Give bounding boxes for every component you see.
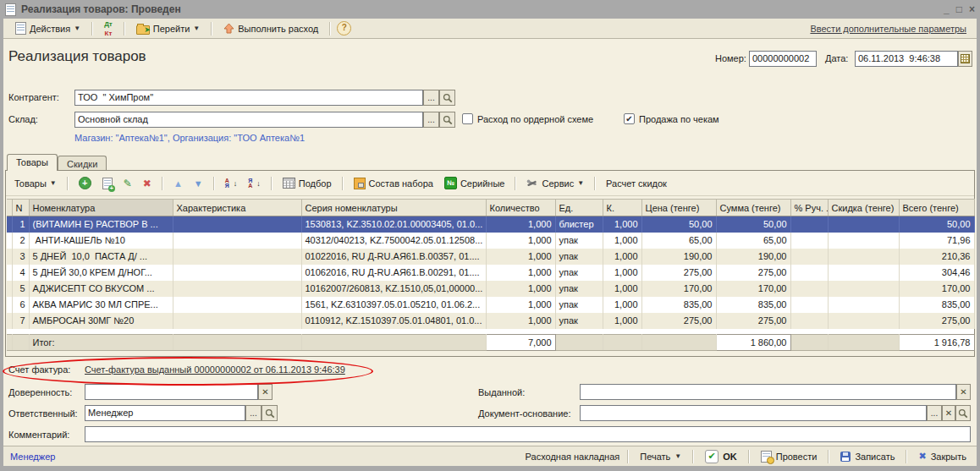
attorney-clear-button[interactable]: ✕ <box>258 384 273 400</box>
cell[interactable] <box>173 281 301 297</box>
actions-menu-button[interactable]: Действия ▼ <box>10 19 85 37</box>
cell[interactable]: 1,000 <box>603 265 641 281</box>
cell[interactable]: (ВИТАМИН Е) РАСТВОР В ... <box>29 216 173 233</box>
cell[interactable]: 1,000 <box>486 216 555 233</box>
cell[interactable] <box>828 313 899 329</box>
responsible-search-button[interactable] <box>262 405 278 421</box>
cell[interactable]: 275,00 <box>716 265 790 281</box>
cell[interactable]: 3 <box>12 249 29 265</box>
table-row[interactable]: 5АДЖИСЕПТ СО ВКУСОМ ...10162007/260813, … <box>7 281 974 297</box>
cell[interactable] <box>790 281 828 297</box>
cell[interactable] <box>173 216 301 233</box>
cell[interactable]: 275,00 <box>641 313 716 329</box>
help-icon[interactable]: ? <box>337 21 351 36</box>
base-document-clear-button[interactable]: ✕ <box>942 405 955 421</box>
tab-goods[interactable]: Товары <box>7 154 58 171</box>
save-button[interactable]: Записать <box>837 450 898 463</box>
cell[interactable]: 65,00 <box>716 233 790 249</box>
cell[interactable]: 1,000 <box>603 297 641 313</box>
delete-row-button[interactable]: ✖ <box>140 176 155 191</box>
cell[interactable] <box>790 216 828 233</box>
responsible-field[interactable]: Менеджер <box>85 405 245 421</box>
cell[interactable] <box>828 216 899 233</box>
cell[interactable] <box>173 249 301 265</box>
cell[interactable]: АМБРОСАН 30МГ №20 <box>29 313 173 329</box>
table-row[interactable]: 6АКВА МАРИС 30 МЛ СПРЕ...1561, KZ.631039… <box>7 297 974 313</box>
cell[interactable]: 1,000 <box>603 249 641 265</box>
number-field[interactable]: 00000000002 <box>749 51 817 67</box>
column-header-1[interactable]: Номенклатура <box>29 200 173 216</box>
cell[interactable]: 1,000 <box>603 313 641 329</box>
cell[interactable]: 01022016, RU Д-RU.АЯ61.В.00357, 01.... <box>301 249 486 265</box>
cell[interactable]: 5 ДНЕЙ 30,0 КРЕМ Д/НОГ... <box>29 265 173 281</box>
table-row[interactable]: 35 ДНЕЙ 10,0 ПАСТА Д/ ...01022016, RU Д-… <box>7 249 974 265</box>
copy-row-button[interactable] <box>99 176 116 191</box>
sort-ascending-button[interactable]: АЯ↓ <box>222 177 241 190</box>
cell[interactable]: 6 <box>12 297 29 313</box>
ok-button[interactable]: OK <box>702 448 741 465</box>
comment-field[interactable] <box>85 426 971 442</box>
goods-menu-button[interactable]: Товары ▼ <box>11 177 60 190</box>
cell[interactable]: упак <box>555 281 603 297</box>
cell[interactable] <box>790 233 828 249</box>
cell[interactable]: 10162007/260813, KZ.1510,05,01,00000... <box>301 281 486 297</box>
pick-button[interactable]: Подбор <box>279 176 335 190</box>
invoice-link[interactable]: Счет-фактура выданный 00000000002 от 06.… <box>85 364 345 375</box>
serial-numbers-button[interactable]: № Серийные <box>441 175 509 191</box>
column-header-11[interactable]: Всего (тенге) <box>899 200 974 216</box>
cell[interactable] <box>828 233 899 249</box>
cell[interactable]: 1,000 <box>486 265 555 281</box>
cell[interactable]: блистер <box>555 216 603 233</box>
date-field[interactable]: 06.11.2013 9:46:38 <box>855 51 958 67</box>
cell[interactable] <box>828 265 899 281</box>
cell[interactable]: 170,00 <box>716 281 790 297</box>
contractor-field[interactable]: ТОО " ХимПром" <box>74 90 423 106</box>
cell[interactable]: 1561, KZ.6310397.05.01.05210, 01.06.2... <box>301 297 486 313</box>
cell[interactable] <box>828 249 899 265</box>
cell[interactable]: упак <box>555 233 603 249</box>
cell[interactable]: 835,00 <box>641 297 716 313</box>
close-button[interactable]: × <box>969 2 975 17</box>
cell[interactable]: 170,00 <box>641 281 716 297</box>
cell[interactable]: 1,000 <box>486 281 555 297</box>
move-up-button[interactable]: ▲ <box>170 177 186 190</box>
cell[interactable]: АНТИ-КАШЕЛЬ №10 <box>29 233 173 249</box>
cell[interactable] <box>173 313 301 329</box>
cell[interactable]: 1,000 <box>486 233 555 249</box>
cell[interactable]: 275,00 <box>899 313 974 329</box>
edit-row-button[interactable]: ✎ <box>120 176 135 191</box>
add-row-button[interactable] <box>75 175 95 191</box>
cell[interactable] <box>790 297 828 313</box>
warehouse-more-button[interactable]: ... <box>423 112 439 128</box>
responsible-more-button[interactable]: ... <box>245 405 262 421</box>
cell[interactable] <box>790 265 828 281</box>
base-document-search-button[interactable] <box>955 405 971 421</box>
cell[interactable] <box>828 297 899 313</box>
table-row[interactable]: 1(ВИТАМИН Е) РАСТВОР В ...1530813, KZ.35… <box>7 216 974 233</box>
cell[interactable] <box>173 297 301 313</box>
column-header-0[interactable]: N <box>12 200 29 216</box>
cell[interactable]: 40312/040213, KZ.7500042.05.01.12508... <box>301 233 486 249</box>
cell[interactable]: 7 <box>12 313 29 329</box>
cell[interactable]: 170,00 <box>899 281 974 297</box>
execute-expense-button[interactable]: Выполнить расход <box>218 20 323 36</box>
warehouse-field[interactable]: Основной склад <box>74 112 423 128</box>
order-scheme-checkbox[interactable]: Расход по ордерной схеме <box>462 113 593 124</box>
cell[interactable]: 5 ДНЕЙ 10,0 ПАСТА Д/ ... <box>29 249 173 265</box>
sort-descending-button[interactable]: ЯА↓ <box>245 177 264 190</box>
attorney-field[interactable] <box>85 384 258 400</box>
cell[interactable]: 5 <box>12 281 29 297</box>
cell[interactable]: упак <box>555 297 603 313</box>
issued-clear-button[interactable]: ✕ <box>956 384 971 400</box>
column-header-8[interactable]: Сумма (тенге) <box>716 200 790 216</box>
table-row[interactable]: 2 АНТИ-КАШЕЛЬ №1040312/040213, KZ.750004… <box>7 233 974 249</box>
goto-menu-button[interactable]: ➤ Перейти ▼ <box>131 20 206 37</box>
tab-discounts[interactable]: Скидки <box>58 156 107 171</box>
cell[interactable]: 2 <box>12 233 29 249</box>
table-row[interactable]: 7АМБРОСАН 30МГ №200110912, KZ.1510397.05… <box>7 313 974 329</box>
cell[interactable]: упак <box>555 249 603 265</box>
column-header-5[interactable]: Ед. <box>555 200 603 216</box>
cell[interactable]: 275,00 <box>641 265 716 281</box>
cell[interactable]: 4 <box>12 265 29 281</box>
move-down-button[interactable]: ▼ <box>190 177 206 190</box>
